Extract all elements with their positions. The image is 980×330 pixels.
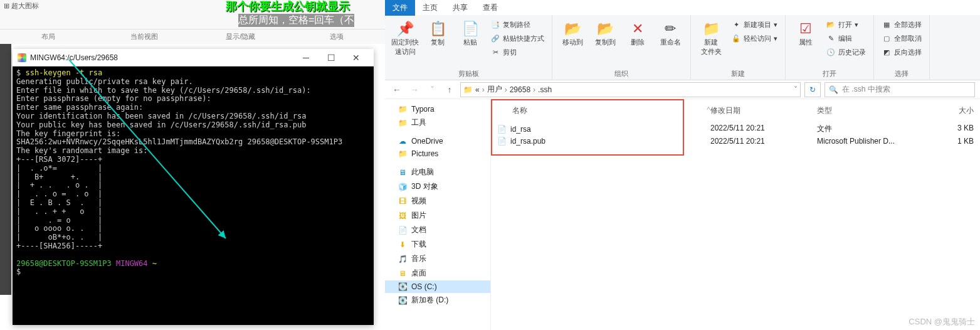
maximize-button[interactable]: ☐ (319, 53, 344, 63)
nav-item-label: OS (C:) (411, 282, 437, 291)
tab-view[interactable]: 查看 (475, 0, 505, 16)
side-ruler (0, 44, 11, 295)
file-list-pane[interactable]: 名称 ^ 修改日期 类型 大小 📄id_rsa2022/5/11 20:21文件… (491, 99, 980, 330)
breadcrumb[interactable]: 📁 « › 用户 › 29658 › .ssh ˅ (460, 82, 801, 97)
nav-item[interactable]: 💽新加卷 (D:) (385, 293, 490, 307)
nav-item[interactable]: 🖥此电脑 (385, 165, 490, 179)
nav-item[interactable]: ☁OneDrive (385, 135, 490, 147)
col-size[interactable]: 大小 (924, 103, 974, 119)
open-icon: 📂 (826, 21, 836, 29)
edit-button[interactable]: ✎编辑 (823, 31, 868, 45)
pin-quickaccess-button[interactable]: 📌固定到快 速访问 (390, 18, 420, 68)
terminal-window: MINGW64:/c/Users/29658 ─ ☐ ✕ $ ssh-keyge… (13, 49, 374, 325)
folder-icon: 🎵 (398, 255, 408, 263)
file-row[interactable]: 📄id_rsa.pub2022/5/11 20:21Microsoft Publ… (491, 136, 980, 147)
col-name[interactable]: 名称 ^ (497, 103, 710, 119)
tab-share[interactable]: 共享 (445, 0, 475, 16)
minimize-button[interactable]: ─ (293, 53, 319, 63)
select-none-icon: ▢ (882, 35, 892, 43)
file-date: 2022/5/11 20:21 (710, 124, 817, 134)
terminal-titlebar[interactable]: MINGW64:/c/Users/29658 ─ ☐ ✕ (13, 49, 374, 67)
copy-path-button[interactable]: 📑复制路径 (488, 18, 547, 31)
easy-access-icon: 🔓 (731, 35, 741, 43)
folder-icon: 🖥 (398, 269, 408, 278)
explorer-ribbon: 📌固定到快 速访问 📋复制 📄粘贴 📑复制路径 🔗粘贴快捷方式 ✂剪切 剪贴板 … (385, 15, 980, 80)
nav-item[interactable]: 🖼图片 (385, 208, 490, 223)
watermark-text: CSDN @鬼鬼骑士 (909, 316, 975, 327)
copyto-button[interactable]: 📂复制到 (590, 18, 620, 68)
refresh-button[interactable]: ↻ (804, 82, 821, 97)
nav-item[interactable]: 📁Pictures (385, 147, 490, 160)
copy-button[interactable]: 📋复制 (423, 18, 453, 68)
tab-home[interactable]: 主页 (415, 0, 445, 16)
file-icon: 📄 (497, 137, 507, 146)
col-date[interactable]: 修改日期 (710, 103, 817, 119)
ribbon-group-clipboard: 📌固定到快 速访问 📋复制 📄粘贴 📑复制路径 🔗粘贴快捷方式 ✂剪切 剪贴板 (385, 15, 552, 80)
file-row[interactable]: 📄id_rsa2022/5/11 20:21文件3 KB (491, 122, 980, 136)
nav-back-button[interactable]: ← (390, 85, 404, 95)
folder-icon: ☁ (398, 137, 408, 146)
nav-item[interactable]: 📄文档 (385, 223, 490, 237)
folder-icon: 🎞 (398, 197, 408, 206)
search-placeholder: 在 .ssh 中搜索 (842, 84, 890, 95)
paste-shortcut-button[interactable]: 🔗粘贴快捷方式 (488, 31, 547, 45)
moveto-button[interactable]: 📂移动到 (557, 18, 587, 68)
nav-item-label: 新加卷 (D:) (411, 295, 448, 306)
select-all-button[interactable]: ▦全部选择 (879, 18, 924, 31)
copy-icon: 📋 (429, 20, 446, 38)
easy-access-button[interactable]: 🔓轻松访问 ▾ (729, 31, 780, 45)
open-button[interactable]: 📂打开 ▾ (823, 18, 868, 31)
invert-selection-button[interactable]: ◩反向选择 (879, 45, 924, 59)
nav-item[interactable]: 📁Typora (385, 103, 490, 115)
nav-item-label: 音乐 (411, 253, 426, 264)
nav-recent-button[interactable]: ˅ (425, 85, 439, 95)
path-icon: 📑 (490, 21, 500, 29)
column-headers[interactable]: 名称 ^ 修改日期 类型 大小 (491, 99, 980, 122)
group-title-select: 选择 (879, 68, 924, 80)
nav-item[interactable]: ⬇下载 (385, 237, 490, 252)
select-all-icon: ▦ (882, 21, 892, 29)
crumb-root[interactable]: « (475, 85, 480, 94)
ribbon-group-open: ☑属性 📂打开 ▾ ✎编辑 🕓历史记录 打开 (786, 15, 874, 80)
close-button[interactable]: ✕ (344, 53, 369, 63)
navigation-pane[interactable]: 📁Typora📁工具☁OneDrive📁Pictures🖥此电脑🧊3D 对象🎞视… (385, 99, 491, 330)
nav-item[interactable]: 🧊3D 对象 (385, 179, 490, 194)
terminal-title-text: MINGW64:/c/Users/29658 (30, 53, 293, 62)
new-item-button[interactable]: ✦新建项目 ▾ (729, 18, 780, 31)
search-input[interactable]: 🔍 在 .ssh 中搜索 (825, 82, 975, 97)
nav-item[interactable]: 🎵音乐 (385, 252, 490, 266)
history-button[interactable]: 🕓历史记录 (823, 45, 868, 59)
cut-button[interactable]: ✂剪切 (488, 45, 547, 59)
nav-item[interactable]: 💽OS (C:) (385, 280, 490, 293)
properties-button[interactable]: ☑属性 (791, 18, 821, 68)
shortcut-icon: 🔗 (490, 35, 500, 43)
chevron-down-icon[interactable]: ˅ (794, 85, 798, 94)
new-folder-button[interactable]: 📁新建 文件夹 (696, 18, 726, 68)
nav-item-label: OneDrive (411, 137, 443, 146)
ribbon-group-select: ▦全部选择 ▢全部取消 ◩反向选择 选择 (874, 15, 930, 80)
edit-icon: ✎ (826, 35, 836, 43)
folder-icon: 🖥 (398, 168, 408, 177)
nav-item[interactable]: 🎞视频 (385, 194, 490, 208)
crumb-ssh[interactable]: .ssh (538, 85, 552, 94)
folder-icon: 💽 (398, 296, 408, 305)
nav-item-label: 视频 (411, 196, 426, 206)
col-type[interactable]: 类型 (817, 103, 924, 119)
terminal-body[interactable]: $ ssh-keygen -t rsa Generating public/pr… (13, 67, 374, 279)
delete-button[interactable]: ✕删除 (623, 18, 653, 68)
crumb-user[interactable]: 29658 (510, 85, 530, 94)
nav-item[interactable]: 📁工具 (385, 115, 490, 130)
paste-button[interactable]: 📄粘贴 (455, 18, 485, 68)
select-none-button[interactable]: ▢全部取消 (879, 31, 924, 45)
bg-label-layout: 布局 (0, 29, 97, 44)
tab-file[interactable]: 文件 (385, 0, 415, 16)
nav-up-button[interactable]: ↑ (443, 85, 456, 95)
nav-item[interactable]: 🖥桌面 (385, 266, 490, 280)
rename-button[interactable]: ✏重命名 (655, 18, 685, 68)
nav-forward-button[interactable]: → (408, 85, 421, 95)
nav-item-label: 工具 (411, 117, 426, 128)
bg-label-currentview: 当前视图 (97, 29, 193, 44)
group-title-new: 新建 (696, 68, 780, 80)
crumb-users[interactable]: 用户 (487, 84, 502, 95)
rename-icon: ✏ (661, 20, 679, 38)
